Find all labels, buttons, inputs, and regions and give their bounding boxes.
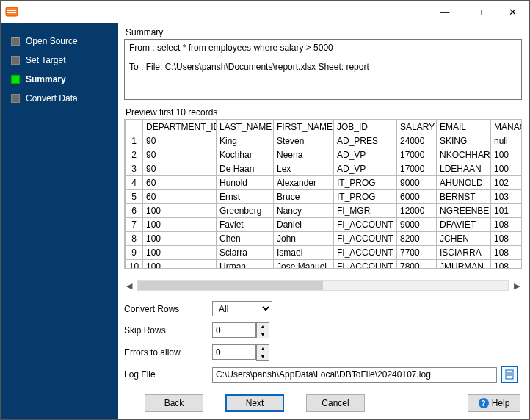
table-row[interactable]: 460HunoldAlexanderIT_PROG9000AHUNOLD102 (126, 176, 523, 190)
help-icon: ? (479, 398, 489, 408)
row-number-cell: 4 (126, 176, 143, 190)
column-header[interactable]: SALARY (397, 120, 437, 134)
table-cell: 60 (143, 176, 217, 190)
svg-rect-2 (7, 12, 16, 13)
table-cell: 17000 (397, 162, 437, 176)
horizontal-scrollbar[interactable]: ◀ ▶ (124, 280, 522, 291)
table-cell: SKING (437, 134, 491, 148)
column-header[interactable]: DEPARTMENT_ID (143, 120, 217, 134)
cancel-button[interactable]: Cancel (306, 394, 365, 412)
close-button[interactable]: ✕ (495, 1, 529, 23)
step-icon (11, 37, 20, 46)
scroll-track[interactable] (137, 280, 509, 291)
table-row[interactable]: 6100GreenbergNancyFI_MGR12000NGREENBE101 (126, 204, 523, 218)
skip-rows-label: Skip Rows (124, 325, 212, 336)
maximize-button[interactable]: □ (462, 1, 495, 23)
table-cell: null (491, 134, 523, 148)
table-row[interactable]: 7100FavietDanielFI_ACCOUNT9000DFAVIET108 (126, 218, 523, 232)
table-cell: BERNST (437, 190, 491, 204)
step-icon (11, 75, 20, 84)
table-cell: NGREENBE (437, 204, 491, 218)
next-button[interactable]: Next (225, 394, 284, 412)
sidebar-item-label: Convert Data (26, 93, 78, 104)
spinner-buttons: ▲ ▼ (256, 322, 269, 338)
summary-label: Summary (126, 27, 522, 37)
table-cell: Sciarra (217, 246, 274, 260)
log-file-browse-button[interactable] (501, 366, 518, 383)
convert-rows-select[interactable]: All (212, 301, 272, 316)
table-cell: Alexander (274, 176, 334, 190)
scroll-thumb[interactable] (138, 281, 323, 290)
skip-rows-input[interactable] (212, 322, 256, 338)
table-cell: 100 (143, 260, 217, 269)
errors-allow-spinner[interactable]: ▲ ▼ (212, 344, 269, 361)
convert-rows-row: Convert Rows All (124, 301, 522, 316)
table-row[interactable]: 290KochharNeenaAD_VP17000NKOCHHAR100 (126, 148, 523, 162)
column-header[interactable]: EMAIL (437, 120, 491, 134)
table-cell: Faviet (217, 218, 274, 232)
skip-rows-spinner[interactable]: ▲ ▼ (212, 322, 269, 338)
step-icon (11, 94, 20, 103)
table-cell: 108 (491, 246, 523, 260)
row-number-cell: 10 (126, 260, 143, 269)
help-button[interactable]: ? Help (468, 394, 520, 412)
column-header[interactable]: JOB_ID (334, 120, 397, 134)
table-cell: Neena (274, 148, 334, 162)
table-row[interactable]: 190KingStevenAD_PRES24000SKINGnull (126, 134, 523, 148)
scroll-left-icon[interactable]: ◀ (124, 280, 134, 291)
table-cell: 90 (143, 134, 217, 148)
table-cell: FI_ACCOUNT (334, 218, 397, 232)
spinner-up-icon[interactable]: ▲ (257, 323, 269, 330)
sidebar-item-summary[interactable]: Summary (1, 70, 118, 89)
table-cell: 17000 (397, 148, 437, 162)
app-window: — □ ✕ Open Source Set Target Summary Con… (0, 0, 530, 420)
table-cell: 100 (143, 218, 217, 232)
errors-allow-row: Errors to allow ▲ ▼ (124, 344, 522, 361)
sidebar-item-set-target[interactable]: Set Target (1, 51, 118, 70)
table-cell: NKOCHHAR (437, 148, 491, 162)
sidebar-item-label: Set Target (26, 55, 65, 65)
footer-buttons: Back Next Cancel ? Help (124, 394, 522, 413)
table-row[interactable]: 560ErnstBruceIT_PROG6000BERNST103 (126, 190, 523, 204)
table-cell: Nancy (274, 204, 334, 218)
table-cell: King (217, 134, 274, 148)
log-file-row: Log File (124, 366, 522, 383)
table-row[interactable]: 390De HaanLexAD_VP17000LDEHAAN100 (126, 162, 523, 176)
spinner-up-icon[interactable]: ▲ (257, 345, 269, 352)
back-button[interactable]: Back (145, 394, 203, 412)
table-cell: 6000 (397, 190, 437, 204)
table-row[interactable]: 9100SciarraIsmaelFI_ACCOUNT7700ISCIARRA1… (126, 246, 523, 260)
spinner-down-icon[interactable]: ▼ (257, 330, 269, 338)
table-cell: 7700 (397, 246, 437, 260)
table-cell: Kochhar (217, 148, 274, 162)
row-number-header (126, 120, 143, 134)
errors-allow-input[interactable] (212, 344, 256, 360)
summary-from-line: From : select * from employees where sal… (129, 43, 517, 53)
table-cell: 90 (143, 148, 217, 162)
table-cell: Urman (217, 260, 274, 269)
column-header[interactable]: LAST_NAME (217, 120, 274, 134)
svg-rect-3 (506, 370, 513, 379)
table-cell: AHUNOLD (437, 176, 491, 190)
preview-table: DEPARTMENT_IDLAST_NAMEFIRST_NAMEJOB_IDSA… (124, 119, 522, 269)
table-cell: Hunold (217, 176, 274, 190)
options-form: Convert Rows All Skip Rows ▲ ▼ (124, 301, 522, 383)
preview-label: Preview first 10 records (126, 107, 522, 117)
spinner-down-icon[interactable]: ▼ (257, 352, 269, 360)
column-header[interactable]: MANAG (491, 120, 523, 134)
table-cell: 108 (491, 232, 523, 246)
minimize-button[interactable]: — (428, 1, 462, 23)
sidebar-item-open-source[interactable]: Open Source (1, 32, 118, 51)
log-file-input[interactable] (212, 367, 497, 383)
table-cell: De Haan (217, 162, 274, 176)
table-cell: John (274, 232, 334, 246)
table-row[interactable]: 10100UrmanJose ManuelFI_ACCOUNT7800JMURM… (126, 260, 523, 269)
scroll-right-icon[interactable]: ▶ (512, 280, 522, 291)
table-cell: AD_VP (334, 162, 397, 176)
row-number-cell: 1 (126, 134, 143, 148)
sidebar-item-convert-data[interactable]: Convert Data (1, 89, 118, 108)
table-cell: Daniel (274, 218, 334, 232)
titlebar: — □ ✕ (1, 1, 529, 23)
column-header[interactable]: FIRST_NAME (274, 120, 334, 134)
table-row[interactable]: 8100ChenJohnFI_ACCOUNT8200JCHEN108 (126, 232, 523, 246)
